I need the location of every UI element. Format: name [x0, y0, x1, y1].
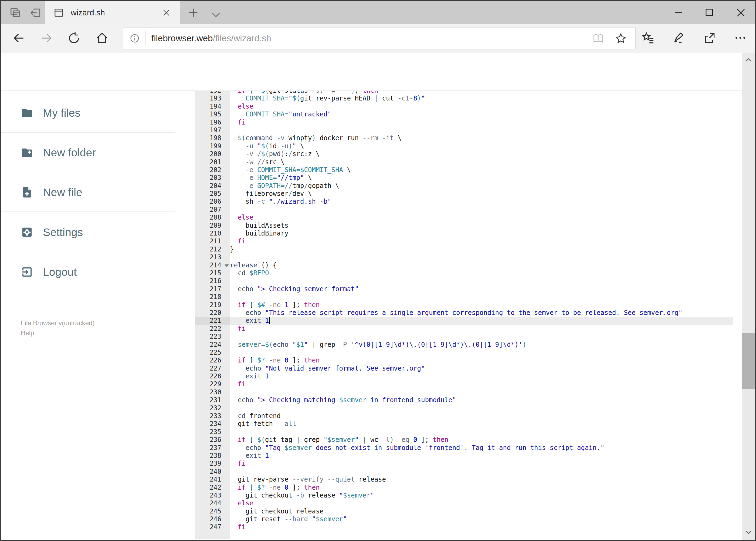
code-line[interactable]: 231 echo "> Checking matching $semver in…	[175, 396, 733, 404]
indent-guide	[248, 309, 248, 317]
code-editor[interactable]: 192 if [ "$(git status -s)" = "" ]; then…	[175, 91, 733, 539]
page-scrollbar[interactable]	[742, 53, 755, 540]
help-link[interactable]: Help	[21, 328, 34, 338]
code-line[interactable]: 215 cd $REPO	[175, 269, 733, 277]
code-line[interactable]: 204 -e GOPATH=//tmp/gopath \	[175, 182, 733, 190]
forward-icon[interactable]	[40, 31, 53, 45]
code-line[interactable]: 221 exit 1	[175, 317, 733, 325]
line-number: 231	[195, 396, 230, 404]
code-line[interactable]: 240	[175, 468, 733, 476]
code-line[interactable]: 232	[175, 404, 733, 412]
tab-list-chevron-icon[interactable]	[210, 8, 222, 21]
home-icon[interactable]	[95, 31, 109, 45]
code-line[interactable]: 199 -u "$(id -u)" \	[175, 142, 733, 150]
code-line[interactable]: 195 COMMIT_SHA="untracked"	[175, 111, 733, 118]
code-line[interactable]: 222 fi	[175, 325, 733, 333]
annotate-pen-icon[interactable]	[672, 31, 685, 45]
sidebar-item-settings[interactable]: Settings	[1, 221, 175, 244]
code-line[interactable]: 202 -e COMMIT_SHA=$COMMIT_SHA \	[175, 166, 733, 174]
set-aside-tabs-icon[interactable]	[29, 6, 42, 19]
code-line[interactable]: 196 fi	[175, 119, 733, 126]
code-line[interactable]: 234 git fetch --all	[175, 420, 733, 428]
code-line[interactable]: 218	[175, 293, 733, 301]
code-line[interactable]: 217 echo "> Checking semver format"	[175, 285, 733, 293]
fold-arrow-icon[interactable]	[225, 265, 229, 267]
code-line[interactable]: 230	[175, 388, 733, 396]
scroll-up-icon[interactable]	[744, 56, 753, 65]
code-line[interactable]: 223	[175, 333, 733, 340]
more-options-icon[interactable]	[734, 31, 747, 45]
code-line[interactable]: 198 $(command -v winpty) docker run --rm…	[175, 134, 733, 142]
code-line[interactable]: 227 echo "Not valid semver format. See s…	[175, 365, 733, 372]
new-tab-icon[interactable]	[187, 6, 199, 19]
code-line[interactable]: 241 git rev-parse --verify --quiet relea…	[175, 476, 733, 483]
code-line[interactable]: 239 fi	[175, 460, 733, 467]
code-line[interactable]: 210 buildBinary	[175, 230, 733, 238]
code-line[interactable]: 229 fi	[175, 380, 733, 388]
line-number: 210	[195, 230, 230, 238]
code-line[interactable]: 226 if [ $? -ne 0 ]; then	[175, 356, 733, 364]
sidebar-item-new-file[interactable]: New file	[1, 181, 175, 204]
code-line[interactable]: 197	[175, 126, 733, 134]
sidebar-item-my-files[interactable]: My files	[1, 101, 175, 125]
code-line[interactable]: 236 if [ $(git tag | grep "$semver" | wc…	[175, 436, 733, 444]
code-line[interactable]: 209 buildAssets	[175, 222, 733, 230]
code-line[interactable]: 233 cd frontend	[175, 412, 733, 420]
code-line[interactable]: 211 fi	[175, 238, 733, 245]
line-number: 195	[195, 111, 230, 118]
code-line[interactable]: 245 git checkout release	[175, 507, 733, 515]
tab-preview-icon[interactable]	[9, 6, 21, 19]
code-line[interactable]: 206 sh -c "./wizard.sh -b"	[175, 198, 733, 206]
sidebar-item-logout[interactable]: Logout	[1, 260, 175, 284]
line-number: 225	[195, 349, 230, 356]
code-line[interactable]: 203 -e HOME="//tmp" \	[175, 174, 733, 182]
hub-favorites-icon[interactable]	[641, 31, 655, 45]
sidebar-item-new-folder[interactable]: New folder	[1, 141, 175, 165]
indent-guide	[248, 372, 248, 380]
scrollbar-thumb[interactable]	[742, 333, 755, 389]
browser-tab[interactable]: wizard.sh	[45, 1, 180, 24]
window-maximize-button[interactable]	[703, 6, 716, 19]
code-line[interactable]: 213	[175, 254, 733, 261]
code-line[interactable]: 238 exit 1	[175, 452, 733, 460]
scroll-down-icon[interactable]	[744, 528, 753, 536]
address-bar[interactable]: filebrowser.web/files/wizard.sh	[123, 27, 635, 49]
line-number: 216	[195, 277, 230, 285]
tab-close-icon[interactable]	[162, 8, 171, 17]
code-line[interactable]: 205 filebrowser/dev \	[175, 190, 733, 198]
code-line[interactable]: 244 else	[175, 499, 733, 507]
sidebar-item-label: Logout	[43, 266, 77, 278]
share-page-icon[interactable]	[703, 31, 716, 45]
code-line[interactable]: 224 semver=$(echo "$1" | grep -P '^v(0|[…	[175, 341, 733, 349]
code-line[interactable]: 212}	[175, 246, 733, 254]
file-plus-icon	[21, 186, 33, 199]
code-line[interactable]: 200 -v /$(pwd):/src:z \	[175, 150, 733, 158]
code-line[interactable]: 194 else	[175, 103, 733, 111]
code-line[interactable]: 192 if [ "$(git status -s)" = "" ]; then	[175, 91, 733, 95]
site-info-icon[interactable]	[129, 33, 140, 44]
code-line[interactable]: 246 git reset --hard "$semver"	[175, 515, 733, 523]
code-line[interactable]: 247 fi	[175, 523, 733, 531]
code-line[interactable]: 242 if [ $? -ne 0 ]; then	[175, 484, 733, 492]
code-line[interactable]: 208 else	[175, 214, 733, 222]
back-icon[interactable]	[12, 31, 26, 45]
code-line[interactable]: 228 exit 1	[175, 372, 733, 380]
code-line[interactable]: 207	[175, 206, 733, 214]
line-number: 204	[195, 182, 230, 190]
code-line[interactable]: 219 if [ $# -ne 1 ]; then	[175, 301, 733, 309]
sidebar-item-label: New folder	[43, 146, 96, 159]
code-line[interactable]: 237 echo "Tag $semver does not exist in …	[175, 444, 733, 452]
code-line[interactable]: 243 git checkout -b release "$semver"	[175, 492, 733, 499]
code-line[interactable]: 220 echo "This release script requires a…	[175, 309, 733, 317]
code-line[interactable]: 225	[175, 349, 733, 356]
code-line[interactable]: 216	[175, 277, 733, 285]
code-line[interactable]: 235	[175, 428, 733, 436]
refresh-icon[interactable]	[67, 31, 81, 45]
window-close-button[interactable]	[734, 6, 747, 19]
favorite-star-icon[interactable]	[615, 32, 627, 45]
window-minimize-button[interactable]	[672, 6, 685, 19]
line-number: 212	[195, 246, 230, 254]
code-line[interactable]: 193 COMMIT_SHA="$(git rev-parse HEAD | c…	[175, 95, 733, 102]
code-line[interactable]: 201 -w //src \	[175, 158, 733, 166]
code-line[interactable]: 214release () {	[175, 262, 733, 269]
